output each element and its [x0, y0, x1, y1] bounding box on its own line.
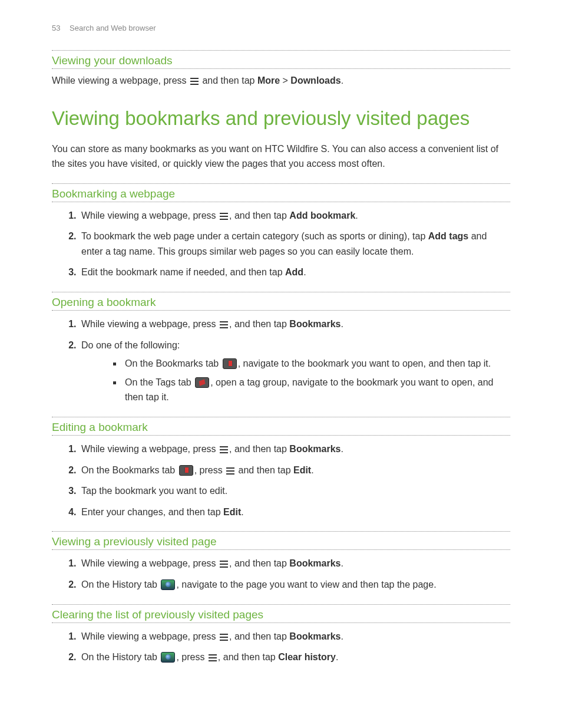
list-item: Edit the bookmark name if needed, and th…: [79, 265, 510, 280]
bookmarks-tab-icon: [179, 465, 193, 476]
list-item: While viewing a webpage, press , and the…: [79, 317, 510, 332]
document-page: 53 Search and Web browser Viewing your d…: [0, 0, 562, 710]
list-item: On the Tags tab , open a tag group, navi…: [123, 375, 510, 405]
heading-viewing-prev: Viewing a previously visited page: [52, 531, 510, 550]
ordered-list: While viewing a webpage, press , and the…: [52, 629, 510, 665]
menu-icon: [190, 78, 199, 85]
menu-icon: [220, 321, 228, 328]
menu-icon: [220, 213, 228, 220]
bullet-list: On the Bookmarks tab , navigate to the b…: [81, 356, 510, 405]
page-number: 53: [52, 24, 60, 32]
list-item: While viewing a webpage, press , and the…: [79, 208, 510, 223]
heading-editing: Editing a bookmark: [52, 417, 510, 436]
intro-paragraph: You can store as many bookmarks as you w…: [52, 142, 510, 172]
menu-icon: [220, 446, 228, 453]
menu-icon: [209, 654, 217, 661]
list-item: Do one of the following: On the Bookmark…: [79, 338, 510, 405]
ordered-list: While viewing a webpage, press , and the…: [52, 556, 510, 592]
list-item: While viewing a webpage, press , and the…: [79, 442, 510, 457]
heading-main: Viewing bookmarks and previously visited…: [52, 106, 510, 130]
menu-icon: [220, 634, 228, 641]
paragraph: While viewing a webpage, press and then …: [52, 74, 510, 88]
list-item: On the Bookmarks tab , press and then ta…: [79, 463, 510, 478]
menu-icon: [226, 467, 234, 475]
heading-opening: Opening a bookmark: [52, 292, 510, 311]
bookmarks-tab-icon: [223, 358, 237, 369]
ordered-list: While viewing a webpage, press , and the…: [52, 317, 510, 405]
ordered-list: While viewing a webpage, press , and the…: [52, 208, 510, 280]
list-item: While viewing a webpage, press , and the…: [79, 556, 510, 571]
list-item: While viewing a webpage, press , and the…: [79, 629, 510, 644]
list-item: On the Bookmarks tab , navigate to the b…: [123, 356, 510, 371]
list-item: On the History tab , press , and then ta…: [79, 650, 510, 665]
heading-bookmarking: Bookmarking a webpage: [52, 183, 510, 202]
tags-tab-icon: [195, 377, 209, 388]
list-item: To bookmark the web page under a certain…: [79, 229, 510, 259]
history-tab-icon: [161, 652, 175, 663]
list-item: Tap the bookmark you want to edit.: [79, 483, 510, 499]
list-item: On the History tab , navigate to the pag…: [79, 577, 510, 592]
heading-clearing: Clearing the list of previously visited …: [52, 604, 510, 623]
list-item: Enter your changes, and then tap Edit.: [79, 505, 510, 520]
heading-viewing-downloads: Viewing your downloads: [52, 50, 510, 69]
history-tab-icon: [161, 579, 175, 590]
ordered-list: While viewing a webpage, press , and the…: [52, 442, 510, 519]
menu-icon: [220, 561, 228, 568]
page-header: 53 Search and Web browser: [52, 24, 510, 32]
section-name: Search and Web browser: [70, 24, 156, 32]
